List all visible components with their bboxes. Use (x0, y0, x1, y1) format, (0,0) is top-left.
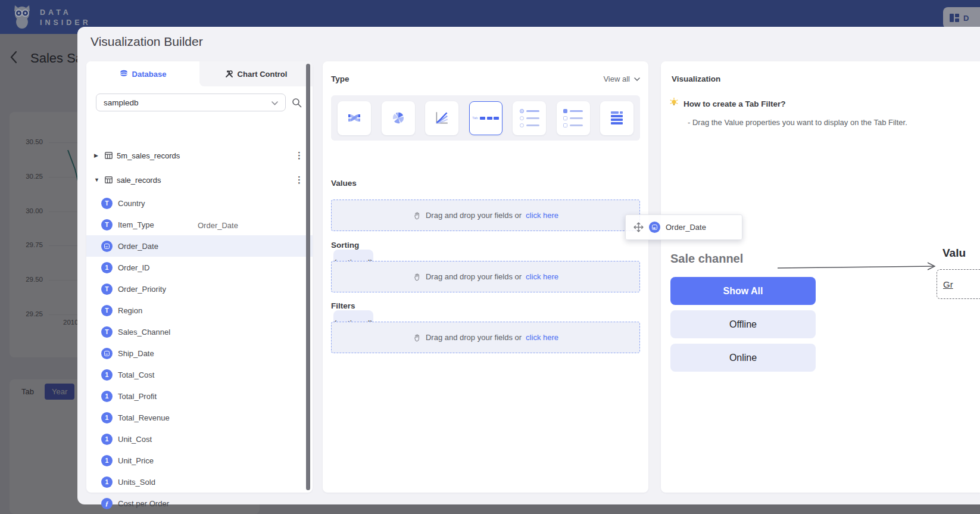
annotation-link[interactable]: Gr (943, 279, 953, 289)
chart-type-data-table[interactable] (600, 101, 633, 135)
dropzone-click-here-link[interactable]: click here (526, 211, 558, 220)
field-name: Ship_Date (118, 349, 154, 358)
field-name: Unit_Cost (118, 435, 152, 444)
field-row[interactable]: 1Total_Revenue (86, 407, 313, 428)
field-row[interactable]: 1Unit_Price (86, 450, 313, 471)
view-all-button[interactable]: View all (603, 74, 640, 83)
field-row[interactable]: 1Total_Cost (86, 364, 313, 385)
values-dropzone[interactable]: Drag and drop your fields or click here (331, 200, 640, 231)
dashboard-nav-button[interactable]: D (943, 7, 980, 29)
chart-type-radio-list[interactable] (513, 101, 546, 135)
text-type-icon: T (101, 326, 113, 338)
tree-node-5m-sales-records[interactable]: ▶ 5m_sales_records ⋮ (86, 145, 313, 166)
tab-database-label: Database (132, 70, 167, 79)
search-icon[interactable] (292, 98, 302, 110)
field-name: Total_Cost (118, 370, 154, 379)
dropzone-text: Drag and drop your fields or (426, 333, 522, 342)
date-type-icon (101, 348, 113, 359)
chart-type-sankey[interactable] (338, 101, 371, 135)
brand-line-2: INSIDER (40, 18, 91, 27)
visualization-panel: Visualization How to create a Tab Filter… (661, 61, 980, 493)
number-type-icon: 1 (101, 391, 113, 402)
field-name: Order_Priority (118, 285, 166, 294)
visualization-builder-modal: Visualization Builder Database (77, 27, 980, 504)
filters-dropzone[interactable]: Drag and drop your fields or click here (331, 322, 640, 353)
annotation-dashed-box: Gr (937, 269, 980, 299)
date-type-icon (101, 241, 113, 252)
table-icon (105, 176, 113, 183)
tab-database[interactable]: Database (86, 61, 199, 86)
number-type-icon: 1 (101, 455, 113, 466)
drag-hand-icon (413, 211, 422, 220)
field-row[interactable]: 1Units_Sold (86, 471, 313, 493)
tip-body: - Drag the Value properties you want to … (688, 118, 907, 127)
field-row[interactable]: ƒCost per Order (86, 493, 313, 514)
dropzone-text: Drag and drop your fields or (426, 211, 522, 220)
owl-logo-icon (10, 4, 34, 30)
caret-down-icon[interactable]: ▼ (94, 177, 101, 183)
field-name: Total_Profit (118, 392, 157, 401)
widget-title: Sale channel (670, 252, 743, 266)
option-button-offline[interactable]: Offline (670, 310, 816, 338)
dropzone-text: Drag and drop your fields or (426, 272, 522, 281)
field-row[interactable]: Ship_Date (86, 342, 313, 364)
vertical-scrollbar[interactable] (306, 64, 310, 490)
database-select-value: sampledb (104, 98, 139, 107)
text-type-icon: T (101, 305, 113, 316)
chart-type-pie[interactable] (382, 101, 415, 135)
dashboard-icon (949, 13, 960, 23)
field-row[interactable]: Order_Date (86, 235, 313, 257)
field-name: Cost per Order (118, 499, 169, 508)
database-select[interactable]: sampledb (96, 94, 286, 111)
field-row[interactable]: TRegion (86, 300, 313, 321)
database-icon (120, 70, 128, 78)
field-row[interactable]: TCountry (86, 192, 313, 214)
caret-right-icon[interactable]: ▶ (94, 152, 101, 158)
text-type-icon: T (101, 284, 113, 295)
tab-chart-control[interactable]: Chart Control (199, 61, 313, 86)
number-type-icon: 1 (101, 434, 113, 445)
screen: Sales Sa 30.5030.2530.0029.7529.5029.25 … (0, 0, 980, 514)
dragged-field-chip[interactable]: Order_Date (625, 214, 742, 240)
brand-logo[interactable]: DATA INSIDER (10, 4, 91, 30)
field-name: Item_Type (118, 220, 154, 229)
kebab-menu-icon[interactable]: ⋮ (295, 175, 304, 185)
tab-filter-options: Show AllOfflineOnline (670, 277, 816, 372)
visualization-header: Visualization (672, 74, 720, 83)
tools-icon (225, 70, 233, 78)
field-name: Unit_Price (118, 456, 154, 465)
chevron-down-icon (634, 77, 640, 81)
brand-line-1: DATA (40, 8, 91, 17)
field-name: Country (118, 199, 145, 208)
field-row[interactable]: 1Order_ID (86, 257, 313, 278)
field-row[interactable]: TOrder_Priority (86, 278, 313, 300)
number-type-icon: 1 (101, 369, 113, 381)
chart-type-line-chart[interactable] (425, 101, 458, 135)
function-type-icon: ƒ (101, 498, 113, 509)
chart-type-checkbox-list[interactable] (557, 101, 590, 135)
field-name: Sales_Channel (118, 328, 170, 337)
dropzone-click-here-link[interactable]: click here (526, 333, 558, 342)
kebab-menu-icon[interactable]: ⋮ (295, 150, 304, 161)
drag-hand-icon (413, 333, 422, 342)
number-type-icon: 1 (101, 262, 113, 273)
chevron-down-icon (271, 98, 278, 107)
field-row[interactable]: 1Unit_Cost (86, 428, 313, 450)
sorting-dropzone[interactable]: Drag and drop your fields or click here (331, 261, 640, 292)
field-row[interactable]: 1Total_Profit (86, 385, 313, 407)
field-row[interactable]: TSales_Channel (86, 321, 313, 342)
left-panel-tabs: Database Chart Control (86, 61, 313, 86)
dropzone-click-here-link[interactable]: click here (526, 272, 558, 281)
drag-ghost-label: Order_Date (198, 221, 238, 230)
chart-type-tab-filter[interactable]: Tab (469, 101, 503, 135)
modal-title: Visualization Builder (90, 35, 203, 49)
field-name: Order_ID (118, 263, 149, 272)
tree-node-sale-records[interactable]: ▼ sale_records ⋮ (86, 169, 313, 191)
tip-title: How to create a Tab Filter? (683, 99, 786, 108)
option-button-online[interactable]: Online (670, 344, 816, 372)
field-list: TCountryTItem_TypeOrder_Date1Order_IDTOr… (86, 192, 313, 514)
annotation-title: Valu (942, 247, 966, 260)
text-type-icon: T (101, 198, 113, 209)
option-button-show-all[interactable]: Show All (670, 277, 816, 305)
date-type-icon (649, 222, 660, 233)
